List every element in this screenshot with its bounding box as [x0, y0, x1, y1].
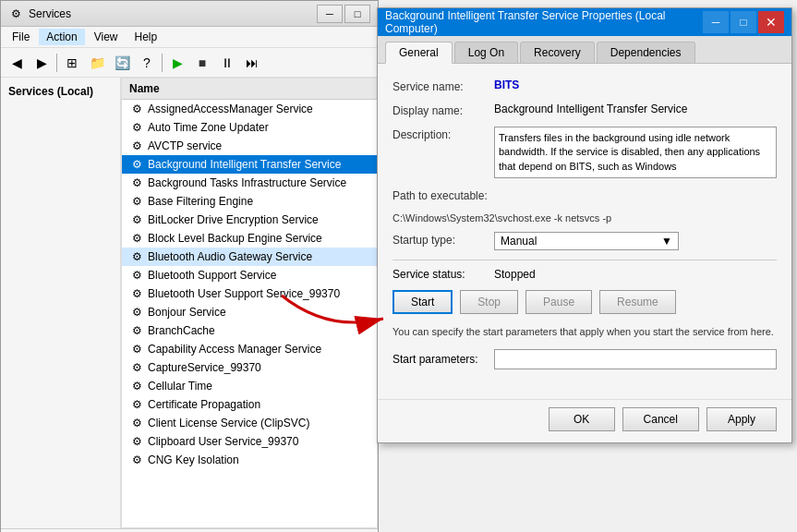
path-label: Path to executable:	[392, 187, 494, 202]
services-window-title: Services	[29, 7, 317, 20]
service-name-label: Service name:	[392, 79, 494, 93]
dialog-maximize-button[interactable]: □	[731, 11, 756, 33]
description-value: Transfers files in the background using …	[494, 127, 777, 178]
tab-logon[interactable]: Log On	[454, 42, 518, 63]
toolbar-back[interactable]: ◀	[5, 51, 29, 75]
toolbar-restart[interactable]: ⏭	[240, 51, 264, 75]
services-title-bar: ⚙ Services ─ □	[1, 1, 378, 27]
toolbar-new[interactable]: 🔄	[110, 51, 134, 75]
info-text: You can specify the start parameters tha…	[392, 325, 777, 339]
service-name: Cellular Time	[148, 380, 212, 393]
list-item[interactable]: ⚙ Bluetooth User Support Service_99370	[122, 284, 377, 303]
list-item[interactable]: ⚙ CaptureService_99370	[122, 358, 377, 377]
start-params-input[interactable]	[494, 349, 777, 369]
services-minimize-button[interactable]: ─	[317, 5, 343, 23]
stop-button[interactable]: Stop	[460, 290, 518, 314]
dialog-body: Service name: BITS Display name: Backgro…	[378, 64, 791, 399]
services-bottom-tabs: Extended Standard	[1, 528, 378, 532]
list-item[interactable]: ⚙ CNG Key Isolation	[122, 451, 377, 469]
pause-button[interactable]: Pause	[525, 290, 592, 314]
service-icon: ⚙	[129, 212, 144, 227]
list-item[interactable]: ⚙ Certificate Propagation	[122, 395, 377, 414]
ok-button[interactable]: OK	[549, 407, 615, 431]
dialog-close-button[interactable]: ✕	[758, 11, 784, 33]
service-name: Block Level Backup Engine Service	[148, 232, 322, 245]
service-name: AVCTP service	[148, 139, 222, 152]
dialog-footer: OK Cancel Apply	[378, 399, 791, 442]
toolbar-console[interactable]: ⊞	[60, 51, 84, 75]
toolbar-forward[interactable]: ▶	[30, 51, 54, 75]
services-menu-bar: File Action View Help	[1, 27, 378, 48]
toolbar-folder[interactable]: 📁	[85, 51, 109, 75]
list-item[interactable]: ⚙ Auto Time Zone Updater	[122, 118, 377, 137]
list-item[interactable]: ⚙ Cellular Time	[122, 377, 377, 395]
service-name: Bluetooth Audio Gateway Service	[148, 250, 312, 263]
service-name: BranchCache	[148, 324, 215, 337]
startup-row: Startup type: Manual ▼	[392, 232, 777, 250]
toolbar-play[interactable]: ▶	[165, 51, 189, 75]
list-item[interactable]: ⚙ Block Level Backup Engine Service	[122, 229, 377, 248]
services-maximize-button[interactable]: □	[344, 5, 370, 23]
path-value: C:\Windows\System32\svchost.exe -k netsv…	[392, 212, 611, 224]
service-name: Bluetooth Support Service	[148, 269, 276, 282]
list-item[interactable]: ⚙ Bonjour Service	[122, 303, 377, 321]
service-name: CaptureService_99370	[148, 361, 261, 374]
service-status-row: Service status: Stopped	[392, 268, 777, 281]
menu-file[interactable]: File	[5, 29, 37, 45]
cancel-button[interactable]: Cancel	[622, 407, 699, 431]
tab-dependencies[interactable]: Dependencies	[597, 42, 695, 63]
list-item[interactable]: ⚙ Capability Access Manager Service	[122, 340, 377, 358]
dialog-minimize-button[interactable]: ─	[703, 11, 729, 33]
list-item[interactable]: ⚙ Bluetooth Support Service	[122, 266, 377, 284]
service-icon: ⚙	[129, 231, 144, 246]
status-value: Stopped	[494, 268, 536, 281]
list-item-bluetooth-audio[interactable]: ⚙ Bluetooth Audio Gateway Service	[122, 248, 377, 266]
list-item[interactable]: ⚙ Base Filtering Engine	[122, 192, 377, 211]
action-buttons: Start Stop Pause Resume	[392, 290, 777, 314]
toolbar-stop[interactable]: ■	[190, 51, 214, 75]
tab-general[interactable]: General	[385, 42, 453, 64]
dialog-title-bar: Background Intelligent Transfer Service …	[378, 8, 791, 36]
dialog-tabs: General Log On Recovery Dependencies	[378, 36, 791, 64]
description-label: Description:	[392, 127, 494, 141]
service-icon: ⚙	[129, 120, 144, 135]
list-item-bits[interactable]: ⚙ Background Intelligent Transfer Servic…	[122, 155, 377, 174]
services-list[interactable]: Name ⚙ AssignedAccessManager Service ⚙ A…	[121, 78, 378, 528]
list-item[interactable]: ⚙ AVCTP service	[122, 137, 377, 155]
service-icon: ⚙	[129, 139, 144, 153]
start-params-label: Start parameters:	[392, 353, 494, 366]
service-name: Client License Service (ClipSVC)	[148, 417, 309, 429]
properties-dialog: Background Intelligent Transfer Service …	[377, 7, 792, 443]
service-icon: ⚙	[129, 342, 144, 357]
resume-button[interactable]: Resume	[599, 290, 676, 314]
menu-help[interactable]: Help	[127, 29, 165, 45]
services-left-panel: Services (Local)	[1, 78, 121, 528]
startup-dropdown[interactable]: Manual ▼	[494, 232, 679, 250]
list-item[interactable]: ⚙ BitLocker Drive Encryption Service	[122, 211, 377, 229]
start-button[interactable]: Start	[392, 290, 453, 314]
toolbar-sep2	[162, 54, 163, 72]
menu-view[interactable]: View	[87, 29, 126, 45]
service-icon: ⚙	[129, 175, 144, 190]
status-label: Service status:	[392, 268, 494, 281]
list-item[interactable]: ⚙ Background Tasks Infrastructure Servic…	[122, 174, 377, 192]
dialog-title: Background Intelligent Transfer Service …	[385, 9, 703, 35]
service-name: Bonjour Service	[148, 306, 226, 319]
description-row: Description: Transfers files in the back…	[392, 127, 777, 178]
service-icon: ⚙	[129, 194, 144, 209]
list-item[interactable]: ⚙ BranchCache	[122, 321, 377, 340]
service-name: BitLocker Drive Encryption Service	[148, 213, 319, 226]
list-item[interactable]: ⚙ Clipboard User Service_99370	[122, 432, 377, 451]
toolbar-help[interactable]: ?	[135, 51, 159, 75]
service-icon: ⚙	[129, 379, 144, 393]
list-item[interactable]: ⚙ AssignedAccessManager Service	[122, 100, 377, 118]
list-header-name: Name	[122, 79, 377, 100]
apply-button[interactable]: Apply	[706, 407, 777, 431]
menu-action[interactable]: Action	[39, 29, 84, 45]
list-item[interactable]: ⚙ Client License Service (ClipSVC)	[122, 414, 377, 432]
service-icon: ⚙	[129, 360, 144, 375]
service-icon: ⚙	[129, 268, 144, 283]
toolbar-pause[interactable]: ⏸	[215, 51, 239, 75]
tab-recovery[interactable]: Recovery	[520, 42, 595, 63]
service-name: Auto Time Zone Updater	[148, 121, 269, 134]
